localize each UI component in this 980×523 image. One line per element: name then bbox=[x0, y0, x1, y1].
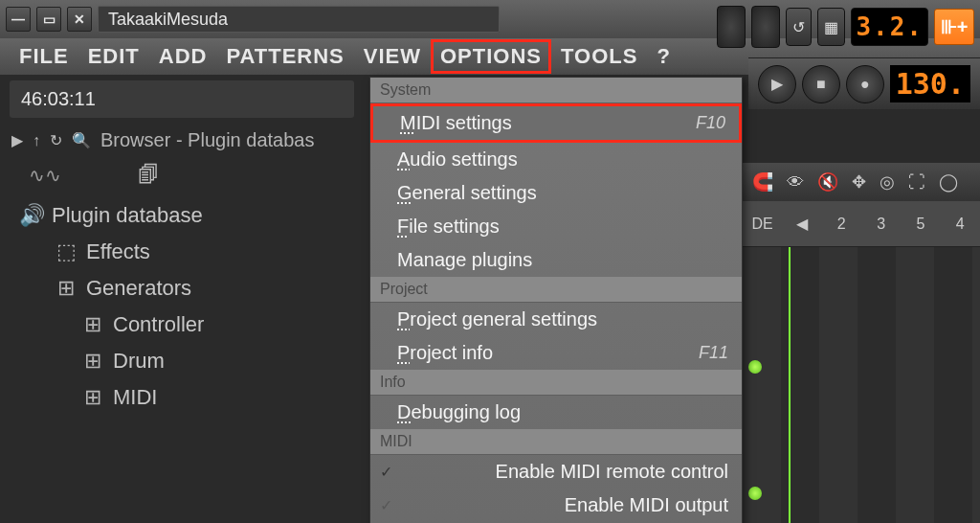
dropdown-general-settings[interactable]: General settings bbox=[370, 176, 742, 210]
tree-controller-label: Controller bbox=[113, 312, 204, 337]
effects-icon: ⬚ bbox=[56, 239, 77, 264]
copy-icon[interactable]: 🗐 bbox=[138, 163, 159, 188]
project-title-input[interactable] bbox=[98, 6, 500, 33]
dropdown-section-project: Project bbox=[370, 277, 742, 303]
time-counter[interactable]: 46:03:11 bbox=[10, 80, 354, 118]
menu-options[interactable]: OPTIONS bbox=[431, 39, 551, 74]
automation-dot[interactable] bbox=[748, 487, 762, 500]
record-button[interactable]: ● bbox=[846, 65, 884, 103]
move-icon[interactable]: ✥ bbox=[852, 171, 866, 193]
timeline-grid[interactable] bbox=[743, 247, 980, 523]
menu-view[interactable]: VIEW bbox=[354, 39, 431, 74]
magnet-icon[interactable]: 🧲 bbox=[752, 171, 773, 193]
dropdown-file-settings[interactable]: File settings bbox=[370, 210, 742, 243]
minimize-button[interactable]: — bbox=[6, 7, 31, 32]
undo-button[interactable]: ↺ bbox=[786, 8, 812, 46]
arrow-up-icon[interactable]: ↑ bbox=[33, 132, 40, 149]
menu-tools[interactable]: TOOLS bbox=[551, 39, 647, 74]
right-icon-strip: 🧲 👁 🔇 ✥ ◎ ⛶ ◯ bbox=[743, 163, 980, 201]
dropdown-manage-plugins[interactable]: Manage plugins bbox=[370, 243, 742, 277]
target-icon[interactable]: ◎ bbox=[880, 171, 895, 193]
browser-title: Browser - Plugin databas bbox=[100, 129, 314, 151]
check-icon: ✓ bbox=[380, 463, 392, 481]
generators-icon: ⊞ bbox=[56, 276, 77, 301]
menu-patterns[interactable]: PATTERNS bbox=[216, 39, 353, 74]
timeline-panel: DE ◀ 2 3 5 4 bbox=[743, 201, 980, 523]
fullscreen-icon[interactable]: ⛶ bbox=[908, 172, 925, 193]
menu-help[interactable]: ? bbox=[647, 39, 679, 74]
chevron-right-icon[interactable]: ▶ bbox=[11, 131, 23, 149]
search-icon[interactable]: 🔍 bbox=[72, 131, 91, 149]
piano-icon[interactable]: ▦ bbox=[817, 8, 845, 46]
dropdown-section-midi: MIDI bbox=[370, 429, 742, 455]
playhead[interactable] bbox=[789, 247, 791, 523]
menu-file[interactable]: FILE bbox=[10, 39, 78, 74]
options-dropdown: System MMIDI settingsIDI settings F10 Au… bbox=[369, 77, 743, 523]
automation-dot[interactable] bbox=[748, 360, 762, 374]
timeline-scroll-left[interactable]: ◀ bbox=[782, 215, 821, 233]
refresh-icon[interactable]: ↻ bbox=[50, 131, 62, 149]
shortcut-label: F11 bbox=[699, 343, 728, 363]
tempo-display[interactable]: 130. bbox=[890, 65, 970, 102]
fader[interactable] bbox=[751, 6, 780, 48]
dropdown-enable-output[interactable]: ✓Enable MIDI output bbox=[370, 489, 742, 522]
mute-icon[interactable]: 🔇 bbox=[817, 171, 838, 193]
waveform-icon[interactable]: ∿∿ bbox=[29, 164, 61, 187]
tree-root-label: Plugin database bbox=[52, 203, 203, 228]
focus-icon[interactable]: ◯ bbox=[939, 171, 958, 193]
drum-icon: ⊞ bbox=[82, 349, 103, 374]
tree-generators-label: Generators bbox=[86, 276, 191, 301]
midi-icon: ⊞ bbox=[82, 385, 103, 410]
stop-button[interactable]: ■ bbox=[802, 65, 840, 103]
eye-icon[interactable]: 👁 bbox=[787, 172, 804, 193]
play-button[interactable]: ▶ bbox=[758, 65, 796, 103]
dropdown-project-info[interactable]: Project info F11 bbox=[370, 336, 742, 370]
timeline-header: DE ◀ 2 3 5 4 bbox=[743, 201, 980, 247]
close-button[interactable]: ✕ bbox=[67, 7, 92, 32]
dropdown-section-system: System bbox=[370, 78, 742, 103]
tree-effects-label: Effects bbox=[86, 239, 150, 264]
menu-edit[interactable]: EDIT bbox=[78, 39, 149, 74]
dropdown-midi-settings[interactable]: MMIDI settingsIDI settings F10 bbox=[370, 103, 742, 143]
pattern-display[interactable]: 3.2. bbox=[851, 8, 928, 46]
timeline-mark[interactable]: 3 bbox=[861, 216, 901, 233]
controller-icon: ⊞ bbox=[82, 312, 103, 337]
fader[interactable] bbox=[717, 6, 746, 48]
top-right-toolbar: ↺ ▦ 3.2. ⊪+ bbox=[711, 0, 980, 54]
transport-bar: ▶ ■ ● 130. bbox=[748, 57, 980, 109]
dropdown-project-general[interactable]: Project general settings bbox=[370, 303, 742, 336]
timeline-mark[interactable]: 2 bbox=[822, 216, 861, 233]
tree-drum-label: Drum bbox=[113, 349, 165, 374]
timeline-mark[interactable]: 5 bbox=[901, 216, 940, 233]
menu-add[interactable]: ADD bbox=[149, 39, 217, 74]
maximize-button[interactable]: ▭ bbox=[36, 7, 61, 32]
timeline-mode[interactable]: DE bbox=[743, 216, 782, 233]
speaker-icon: 🔊 bbox=[21, 203, 42, 228]
shortcut-label: F10 bbox=[696, 113, 725, 133]
tree-midi-label: MIDI bbox=[113, 385, 157, 410]
mode-button[interactable]: ⊪+ bbox=[934, 9, 974, 45]
dropdown-section-info: Info bbox=[370, 370, 742, 396]
check-icon: ✓ bbox=[380, 496, 392, 514]
dropdown-debugging-log[interactable]: Debugging log bbox=[370, 396, 742, 429]
timeline-mark[interactable]: 4 bbox=[941, 216, 980, 233]
dropdown-audio-settings[interactable]: Audio settings bbox=[370, 143, 742, 176]
dropdown-enable-remote[interactable]: ✓Enable MIDI remote control bbox=[370, 455, 742, 489]
